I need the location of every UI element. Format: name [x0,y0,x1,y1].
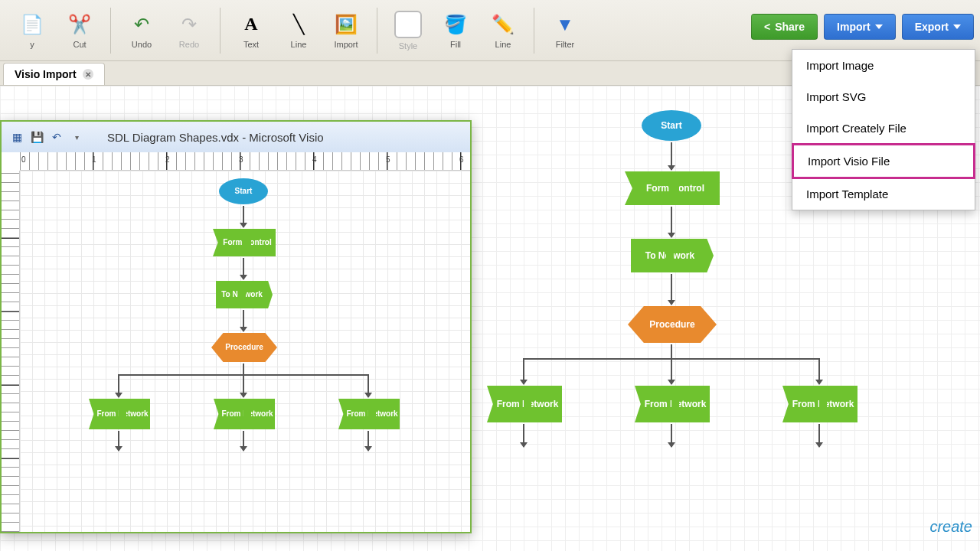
dropdown-item-import-svg[interactable]: Import SVG [792,81,975,112]
connector [671,358,672,384]
undo-button[interactable]: ↶ Undo [119,5,165,56]
text-button[interactable]: A Text [228,5,274,56]
connector [671,274,672,305]
import-dropdown-menu: Import Image Import SVG Import Creately … [792,49,975,210]
export-dropdown-button[interactable]: Export [902,14,974,40]
import-button[interactable]: 🖼️ Import [323,5,369,56]
share-icon: < [764,21,770,33]
undo-icon[interactable]: ↶ [49,129,64,145]
shape-from-network-2[interactable]: From Network [635,386,710,422]
chevron-down-icon [875,24,883,29]
copy-button[interactable]: 📄 y [9,5,55,56]
connector [671,142,672,170]
shape-procedure[interactable]: Procedure [628,306,717,343]
connector [671,344,672,360]
scissors-icon: ✂️ [67,12,92,37]
connector [818,358,820,384]
shape-from-network-1[interactable]: From Network [487,386,562,422]
filter-icon: ▼ [553,12,577,37]
connector [243,431,244,451]
ruler-vertical [2,171,20,532]
redo-button[interactable]: ↷ Redo [166,5,212,56]
connector [243,206,244,227]
shape-to-network[interactable]: To Network [216,281,273,308]
redo-icon: ↷ [177,12,201,37]
connector [243,258,244,279]
dropdown-item-import-visio[interactable]: Import Visio File [792,143,975,179]
fill-button[interactable]: 🪣 Fill [433,5,479,56]
style-button[interactable]: Style [385,5,431,56]
import-dropdown-button[interactable]: Import [824,14,896,40]
dropdown-item-import-template[interactable]: Import Template [792,178,975,210]
shape-from-network-3[interactable]: From Network [338,399,400,429]
save-icon[interactable]: 💾 [29,129,44,145]
connector [671,424,672,447]
shape-form-control[interactable]: Form Control [213,229,276,256]
ruler-horizontal: 0 1 2 3 4 5 6 [20,152,470,171]
connector [368,431,369,451]
visio-titlebar: ▦ 💾 ↶ ▾ SDL Diagram Shapes.vdx - Microso… [2,122,470,152]
connector [243,374,244,397]
visio-canvas[interactable]: Start Form Control To Network Procedure … [20,171,470,532]
tab-visio-import[interactable]: Visio Import ✕ [3,63,105,85]
style-icon [394,11,422,38]
shape-from-network-2[interactable]: From Network [214,399,275,429]
close-icon[interactable]: ✕ [83,69,93,80]
connector [523,358,524,384]
visio-window: ▦ 💾 ↶ ▾ SDL Diagram Shapes.vdx - Microso… [0,120,472,533]
visio-app-icon: ▦ [9,129,24,145]
copy-icon: 📄 [20,12,44,37]
share-button[interactable]: < Share [751,14,818,40]
shape-form-control[interactable]: Form Control [625,171,720,205]
shape-to-network[interactable]: To Network [631,239,714,272]
line-button[interactable]: ╲ Line [276,5,322,56]
connector [118,431,119,451]
dropdown-item-import-image[interactable]: Import Image [792,50,975,81]
import-icon: 🖼️ [334,12,358,37]
shape-from-network-1[interactable]: From Network [89,399,150,429]
connector [243,310,244,331]
connector [368,374,369,397]
connector [671,207,672,237]
line-icon: ╲ [286,12,311,37]
fill-icon: 🪣 [443,12,468,37]
connector [118,374,119,397]
filter-button[interactable]: ▼ Filter [542,5,588,56]
line-style-button[interactable]: ✏️ Line [480,5,526,56]
shape-start[interactable]: Start [219,178,268,204]
connector [523,424,524,447]
pencil-icon: ✏️ [491,12,515,37]
visio-title-text: SDL Diagram Shapes.vdx - Microsoft Visio [107,131,324,144]
dropdown-icon[interactable]: ▾ [69,129,84,145]
shape-from-network-3[interactable]: From Network [782,386,858,422]
dropdown-item-import-creately[interactable]: Import Creately File [792,112,975,144]
creately-logo: create [929,518,972,536]
shape-start[interactable]: Start [642,110,701,141]
shape-procedure[interactable]: Procedure [211,333,277,362]
text-icon: A [239,12,263,37]
cut-button[interactable]: ✂️ Cut [57,5,103,56]
chevron-down-icon [953,24,961,29]
undo-icon: ↶ [129,12,154,37]
connector [818,424,820,447]
